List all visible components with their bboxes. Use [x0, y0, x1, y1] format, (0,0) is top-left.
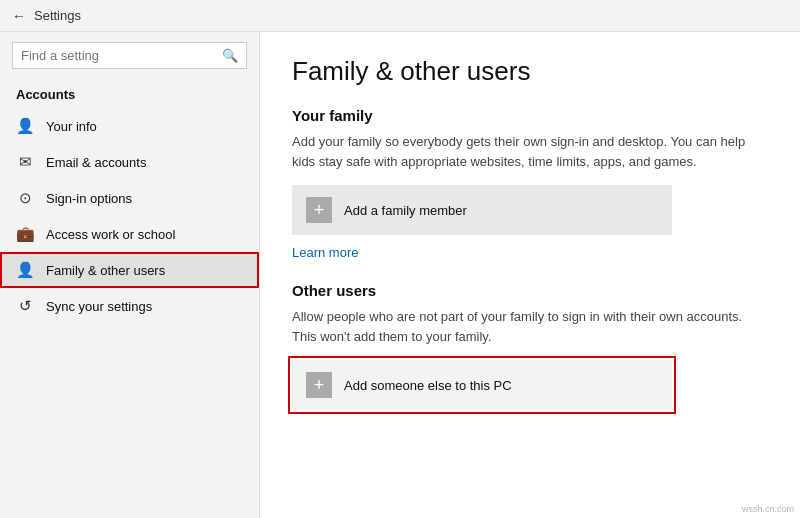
content-area: Family & other users Your family Add you… — [260, 32, 800, 518]
plus-icon-2: + — [306, 372, 332, 398]
sidebar-item-sync-settings[interactable]: ↺ Sync your settings — [0, 288, 259, 324]
other-users-desc: Allow people who are not part of your fa… — [292, 307, 768, 346]
search-icon: 🔍 — [222, 48, 238, 63]
your-family-title: Your family — [292, 107, 768, 124]
plus-icon: + — [306, 197, 332, 223]
search-input[interactable] — [21, 48, 216, 63]
search-box[interactable]: 🔍 — [12, 42, 247, 69]
sign-in-icon: ⊙ — [16, 189, 34, 207]
title-bar: ← Settings — [0, 0, 800, 32]
page-title: Family & other users — [292, 56, 768, 87]
your-family-section: Your family Add your family so everybody… — [292, 107, 768, 260]
sidebar-section-title: Accounts — [0, 79, 259, 108]
sidebar-item-your-info[interactable]: 👤 Your info — [0, 108, 259, 144]
sidebar-item-access-work-school[interactable]: 💼 Access work or school — [0, 216, 259, 252]
sidebar-item-email-accounts[interactable]: ✉ Email & accounts — [0, 144, 259, 180]
sidebar-item-label: Your info — [46, 119, 97, 134]
add-family-member-label: Add a family member — [344, 203, 467, 218]
add-someone-button[interactable]: + Add someone else to this PC — [292, 360, 672, 410]
work-icon: 💼 — [16, 225, 34, 243]
email-icon: ✉ — [16, 153, 34, 171]
sidebar: 🔍 Accounts 👤 Your info ✉ Email & account… — [0, 32, 260, 518]
sidebar-item-label: Email & accounts — [46, 155, 146, 170]
sidebar-item-label: Sync your settings — [46, 299, 152, 314]
learn-more-link[interactable]: Learn more — [292, 245, 768, 260]
sidebar-item-family-other-users[interactable]: 👤 Family & other users — [0, 252, 259, 288]
sidebar-item-label: Access work or school — [46, 227, 175, 242]
your-family-desc: Add your family so everybody gets their … — [292, 132, 768, 171]
watermark: wssh.cn.com — [742, 504, 794, 514]
back-button[interactable]: ← — [12, 8, 26, 24]
sidebar-item-label: Family & other users — [46, 263, 165, 278]
add-family-member-button[interactable]: + Add a family member — [292, 185, 672, 235]
family-icon: 👤 — [16, 261, 34, 279]
sidebar-item-label: Sign-in options — [46, 191, 132, 206]
sync-icon: ↺ — [16, 297, 34, 315]
title-bar-title: Settings — [34, 8, 81, 23]
other-users-section: Other users Allow people who are not par… — [292, 282, 768, 410]
other-users-title: Other users — [292, 282, 768, 299]
main-layout: 🔍 Accounts 👤 Your info ✉ Email & account… — [0, 32, 800, 518]
your-info-icon: 👤 — [16, 117, 34, 135]
sidebar-item-sign-in-options[interactable]: ⊙ Sign-in options — [0, 180, 259, 216]
add-someone-label: Add someone else to this PC — [344, 378, 512, 393]
